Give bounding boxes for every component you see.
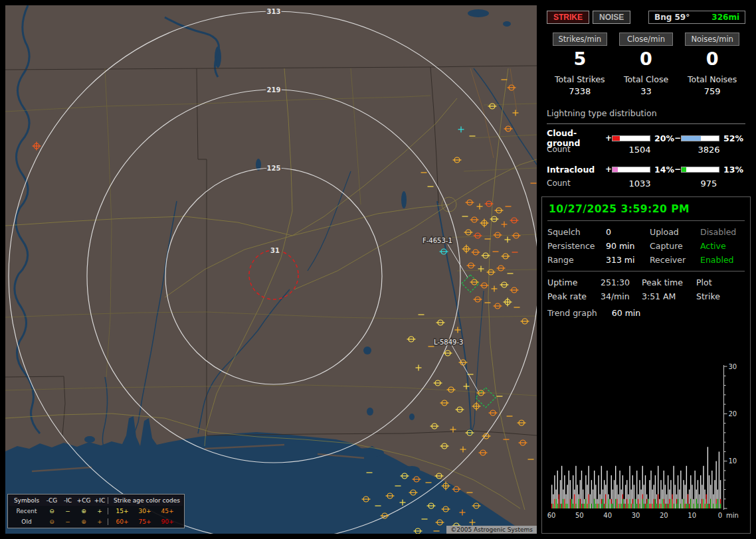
trend-bar-noise [605,504,606,508]
trend-bar-close [709,504,709,508]
trend-bar-noise [636,504,637,508]
strike-icp [477,204,483,210]
strike-cgm [440,443,449,449]
trend-bar-close [564,499,565,508]
strike-icp [513,110,519,116]
trend-bar-close [649,504,650,508]
cg-pos-bar [612,135,650,141]
svg-text:20: 20 [729,410,737,418]
strike-cgm [456,407,464,412]
trend-bar-close [619,504,620,508]
trend-bar-noise [595,504,596,508]
range-value: 313 mi [606,255,650,265]
map-panel[interactable]: 313 219 125 31 F-4653-1 L-5849-3 Symbols… [5,5,537,534]
trend-bar-strikes [607,471,607,508]
total-strikes-label: Total Strikes [547,74,613,84]
strikes-per-min-value: 5 [547,48,613,69]
strike-cgm [489,410,498,416]
trend-bar-close [626,499,627,508]
trend-bar-strikes [640,489,641,508]
legend-cell: − [60,508,76,514]
trend-bar-noise [715,504,716,508]
trend-bar-close [654,499,654,508]
trend-bar-strikes [714,480,715,508]
trend-bar-noise [557,504,558,508]
trend-bar-noise [688,504,688,508]
trend-bar-noise [717,499,718,508]
ring-label-31: 31 [270,247,280,254]
strike-cgp [472,402,481,411]
trend-bar-strikes [675,485,676,508]
trend-bar-close [702,499,702,508]
trend-bar-strikes [708,447,708,508]
cg-neg-count: 3826 [674,145,743,155]
plus-sign: + [605,133,612,143]
strike-cgp [33,142,41,151]
legend-cell: + [92,518,108,525]
strike-cgm [430,424,439,429]
close-per-min-value: 0 [613,48,680,69]
trend-bar-noise [613,504,613,508]
trend-bar-noise [710,499,711,508]
trend-bar-noise [703,499,704,508]
trend-bar-noise [625,504,626,508]
receiver-value: Enabled [700,255,745,265]
strike-cgm [521,319,529,324]
noise-mode-button[interactable]: NOISE [593,11,630,24]
strike-cgm [494,232,502,238]
strike-cgm [510,287,519,293]
trend-bar-noise [639,504,640,508]
legend-cell: Symbols [9,497,44,504]
strike-legend: Symbols-CG-IC+CG+ICStrike age color code… [7,494,185,528]
legend-cell: 60+ [111,518,134,525]
strike-mode-button[interactable]: STRIKE [547,11,589,24]
trend-bar-close [638,499,638,508]
trend-bar-noise [676,504,677,508]
strike-cgm [500,282,509,287]
total-noises-value: 759 [679,86,745,96]
trend-bar-strikes [699,495,700,508]
trend-bar-noise [594,499,595,508]
app-window: 313 219 125 31 F-4653-1 L-5849-3 Symbols… [0,0,756,539]
total-close-value: 33 [613,86,680,96]
trend-bar-noise [635,499,636,508]
trend-bar-close [616,499,617,508]
strike-icp [505,237,511,243]
map-canvas: 313 219 125 31 F-4653-1 L-5849-3 [5,5,537,534]
trend-bar-close [650,504,651,508]
svg-text:50: 50 [575,512,584,519]
legend-cell: 90+ [156,518,179,525]
trend-bar-strikes [590,495,591,508]
trend-bar-noise [579,499,579,508]
legend-cell: 45+ [156,508,179,514]
trend-bar-noise [662,499,662,508]
svg-text:30: 30 [632,512,640,519]
trend-bar-close [630,504,631,508]
trend-bar-noise [683,499,684,508]
trend-bar-noise [648,499,648,508]
ic-pos-pct: 14% [650,165,674,175]
trend-bar-strikes [694,471,695,508]
strike-cgm [470,217,479,222]
copyright: ©2005 Astrogenic Systems [446,526,537,534]
bearing-label: Bng 59° [654,13,690,22]
strike-cgm [474,297,482,302]
strike-cgm [504,126,513,131]
strike-cgm [447,387,456,392]
distribution-title: Lightning type distribution [547,108,745,118]
strike-cgm [518,420,526,425]
ring-label-125: 125 [267,165,281,172]
trend-bar-strikes [709,475,709,508]
trend-bar-strikes [593,489,593,508]
trend-bar-noise [575,504,576,508]
trend-bar-close [704,504,705,508]
strike-cgm [510,218,519,223]
svg-text:0: 0 [718,512,722,519]
sidebar: STRIKE NOISE Bng 59° 326mi Strikes/min C… [541,5,751,534]
trend-bar-noise [584,504,585,508]
svg-text:10: 10 [688,512,696,519]
trend-bar-noise [652,504,652,508]
strike-cgm [482,253,490,258]
strike-icp [455,327,461,333]
trend-bar-noise [588,504,589,508]
